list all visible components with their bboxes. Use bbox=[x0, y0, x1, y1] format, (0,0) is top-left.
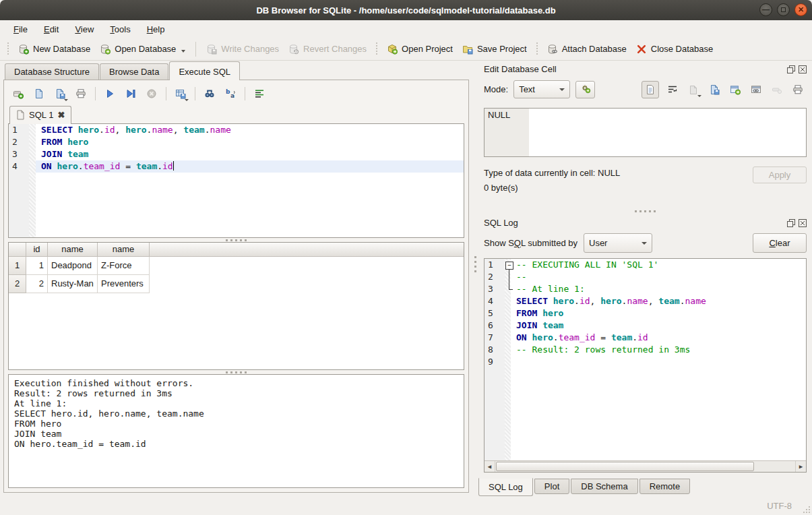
cell-text-area[interactable] bbox=[529, 109, 806, 156]
format-sql-icon[interactable] bbox=[252, 86, 267, 101]
log-text: JOIN team bbox=[514, 320, 806, 332]
menu-file[interactable]: File bbox=[7, 22, 34, 36]
close-dock-icon[interactable] bbox=[799, 219, 807, 227]
execute-line-icon[interactable] bbox=[123, 86, 138, 101]
dock-tab-plot[interactable]: Plot bbox=[534, 479, 569, 494]
tab-execute-sql[interactable]: Execute SQL bbox=[169, 61, 240, 80]
toolbar-handle[interactable] bbox=[375, 42, 378, 56]
fold-margin bbox=[29, 136, 36, 148]
print-cell-icon[interactable] bbox=[790, 82, 805, 97]
open-database-button[interactable]: Open Database bbox=[95, 41, 190, 57]
toolbar-button-label: Open Project bbox=[402, 44, 453, 54]
clear-log-button[interactable]: Clear bbox=[753, 233, 807, 253]
menu-view[interactable]: View bbox=[68, 22, 100, 36]
dropdown-caret-icon[interactable] bbox=[185, 99, 189, 101]
window-controls: — ✕ bbox=[759, 3, 807, 16]
editor-line[interactable]: 4ON hero.team_id = team.id bbox=[9, 160, 464, 173]
find-icon[interactable] bbox=[202, 86, 217, 101]
toolbar-handle[interactable] bbox=[536, 42, 538, 56]
table-cell[interactable]: Rusty-Man bbox=[48, 275, 98, 293]
save-sql-file-icon[interactable] bbox=[53, 86, 67, 101]
auto-apply-button[interactable] bbox=[575, 81, 595, 98]
toolbar-handle[interactable] bbox=[7, 42, 9, 56]
print-icon[interactable] bbox=[73, 86, 88, 101]
save-project-button[interactable]: Save Project bbox=[458, 41, 532, 57]
dropdown-caret-icon[interactable] bbox=[181, 50, 185, 53]
dropdown-caret-icon[interactable] bbox=[64, 99, 68, 101]
fold-marker bbox=[505, 295, 514, 307]
open-project-button[interactable]: Open Project bbox=[382, 41, 458, 57]
attach-database-button[interactable]: Attach Database bbox=[542, 41, 631, 57]
column-header-name[interactable]: name bbox=[98, 243, 150, 256]
right-pane: Edit Database Cell Mode: Text bbox=[478, 61, 812, 497]
new-database-button[interactable]: New Database bbox=[13, 41, 95, 57]
mode-select[interactable]: Text bbox=[513, 80, 570, 98]
close-dock-icon[interactable] bbox=[799, 65, 807, 73]
close-database-button[interactable]: Close Database bbox=[631, 41, 718, 57]
fold-marker bbox=[505, 283, 514, 295]
export-results-icon[interactable] bbox=[173, 86, 188, 101]
table-cell[interactable]: 2 bbox=[26, 275, 48, 293]
column-header-name[interactable]: name bbox=[48, 243, 98, 256]
new-sql-tab-icon[interactable] bbox=[11, 86, 26, 101]
resize-grip[interactable] bbox=[801, 504, 810, 513]
dock-tab-remote[interactable]: Remote bbox=[639, 479, 691, 494]
code-text[interactable]: FROM hero bbox=[36, 136, 464, 148]
editor-line[interactable]: 1SELECT hero.id, hero.name, team.name bbox=[9, 124, 464, 136]
column-header-id[interactable]: id bbox=[26, 243, 48, 256]
word-wrap-icon[interactable] bbox=[665, 82, 680, 97]
open-external-icon[interactable] bbox=[728, 82, 743, 97]
corner-header[interactable] bbox=[9, 243, 26, 256]
scroll-track[interactable] bbox=[495, 461, 795, 472]
sql-document-tab[interactable]: SQL 1 ✖ bbox=[9, 106, 71, 124]
row-header[interactable]: 2 bbox=[9, 275, 26, 293]
export-data-icon[interactable] bbox=[707, 82, 722, 97]
write-changes-icon bbox=[206, 44, 217, 55]
sql-editor[interactable]: 1SELECT hero.id, hero.name, team.name2FR… bbox=[8, 123, 464, 238]
table-cell[interactable]: Deadpond bbox=[48, 257, 98, 275]
table-cell[interactable]: Z-Force bbox=[98, 257, 150, 275]
row-header[interactable]: 1 bbox=[9, 257, 26, 275]
scroll-left-icon[interactable]: ◀ bbox=[485, 461, 495, 472]
dropdown-caret-icon[interactable] bbox=[697, 95, 701, 97]
find-replace-icon[interactable]: ba bbox=[223, 86, 238, 101]
sql-log-lines[interactable]: 1-- EXECUTING ALL IN 'SQL 1'2--3-- At li… bbox=[485, 259, 806, 461]
table-cell[interactable]: Preventers bbox=[98, 275, 150, 293]
log-text: ON hero.team_id = team.id bbox=[514, 332, 806, 344]
tab-browse-data[interactable]: Browse Data bbox=[100, 63, 168, 80]
menu-edit[interactable]: Edit bbox=[37, 22, 65, 36]
toolbar-separator bbox=[195, 87, 195, 100]
code-text[interactable]: JOIN team bbox=[36, 148, 464, 160]
menu-help[interactable]: Help bbox=[140, 22, 172, 36]
submitted-by-select[interactable]: User bbox=[584, 233, 652, 253]
log-text: FROM hero bbox=[514, 307, 806, 320]
dock-tab-db-schema[interactable]: DB Schema bbox=[571, 479, 637, 494]
tab-database-structure[interactable]: Database Structure bbox=[5, 63, 99, 80]
execute-all-icon[interactable] bbox=[102, 86, 117, 101]
panel-splitter[interactable] bbox=[472, 61, 478, 497]
copy-link-icon[interactable] bbox=[749, 82, 763, 97]
code-text[interactable]: ON hero.team_id = team.id bbox=[36, 160, 464, 173]
close-database-icon bbox=[636, 44, 647, 55]
minimize-button[interactable]: — bbox=[759, 3, 772, 16]
float-dock-icon[interactable] bbox=[787, 219, 795, 227]
menu-tools[interactable]: Tools bbox=[103, 22, 137, 36]
sql-document-tabbar: SQL 1 ✖ bbox=[8, 106, 464, 124]
fold-marker[interactable] bbox=[505, 259, 514, 271]
dock-tab-sql-log[interactable]: SQL Log bbox=[478, 478, 533, 496]
dock-splitter[interactable] bbox=[478, 208, 812, 214]
close-button[interactable]: ✕ bbox=[794, 3, 807, 16]
close-sql-tab-icon[interactable]: ✖ bbox=[57, 111, 65, 119]
editor-line[interactable]: 3JOIN team bbox=[9, 148, 464, 160]
editor-line[interactable]: 2FROM hero bbox=[9, 136, 464, 148]
scroll-right-icon[interactable]: ▶ bbox=[795, 461, 806, 472]
float-dock-icon[interactable] bbox=[787, 65, 795, 73]
maximize-button[interactable] bbox=[777, 3, 790, 16]
open-sql-file-icon[interactable] bbox=[32, 86, 46, 101]
text-view-icon[interactable] bbox=[642, 81, 659, 98]
code-text[interactable]: SELECT hero.id, hero.name, team.name bbox=[36, 124, 464, 136]
table-cell[interactable]: 1 bbox=[26, 257, 48, 275]
scroll-thumb[interactable] bbox=[496, 462, 754, 471]
cell-content-editor[interactable]: NULL bbox=[484, 108, 807, 157]
log-horizontal-scrollbar[interactable]: ◀ ▶ bbox=[485, 460, 806, 472]
